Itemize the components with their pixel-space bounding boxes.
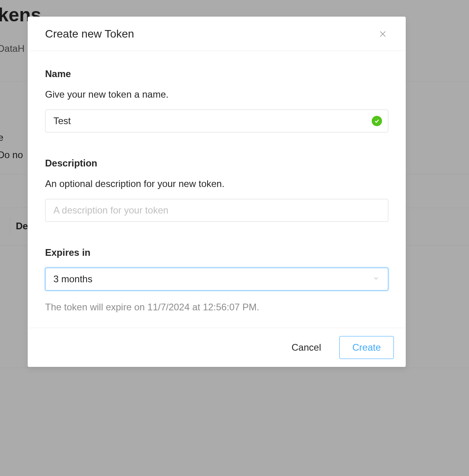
name-input[interactable]	[45, 110, 388, 132]
description-input-wrapper	[45, 199, 388, 222]
description-section: Description An optional description for …	[45, 158, 388, 222]
expires-selected-value: 3 months	[53, 274, 93, 285]
chevron-down-icon	[373, 275, 380, 283]
create-button[interactable]: Create	[339, 336, 394, 359]
modal-body: Name Give your new token a name. Descrip…	[28, 51, 406, 328]
modal-title: Create new Token	[45, 28, 134, 40]
description-help: An optional description for your new tok…	[45, 178, 388, 189]
create-token-modal: Create new Token Name Give your new toke…	[28, 17, 406, 367]
name-label: Name	[45, 68, 388, 79]
name-input-wrapper	[45, 110, 388, 132]
expires-select[interactable]: 3 months	[45, 268, 388, 291]
name-help: Give your new token a name.	[45, 89, 388, 100]
expiry-note: The token will expire on 11/7/2024 at 12…	[45, 302, 388, 313]
modal-footer: Cancel Create	[28, 328, 406, 367]
name-section: Name Give your new token a name.	[45, 68, 388, 132]
expires-select-wrapper: 3 months	[45, 268, 388, 291]
cancel-button[interactable]: Cancel	[280, 336, 332, 359]
check-circle-icon	[372, 116, 382, 126]
close-icon[interactable]	[377, 28, 388, 40]
description-label: Description	[45, 158, 388, 169]
modal-header: Create new Token	[28, 17, 406, 51]
description-input[interactable]	[45, 199, 388, 222]
expires-section: Expires in 3 months The token will expir…	[45, 247, 388, 313]
expires-label: Expires in	[45, 247, 388, 258]
